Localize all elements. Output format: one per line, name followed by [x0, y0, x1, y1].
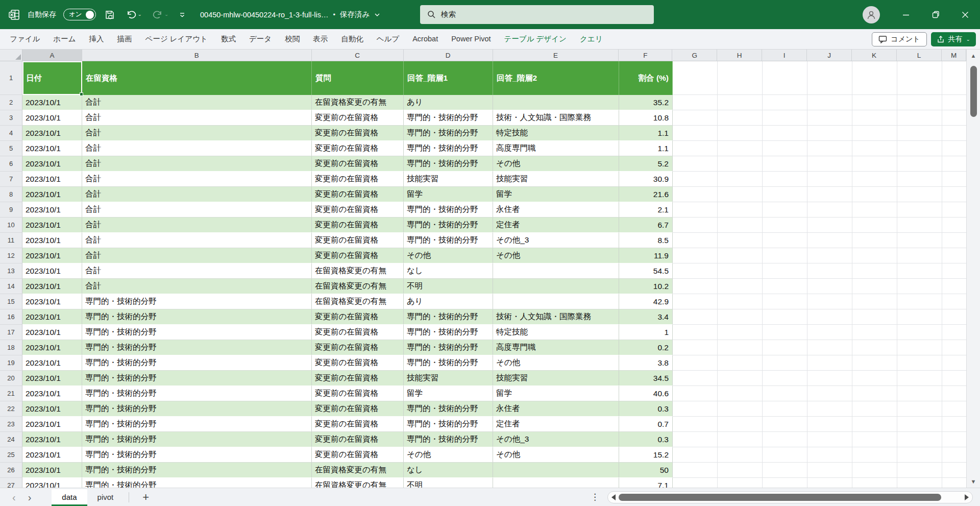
scroll-left-icon[interactable]: [611, 494, 616, 500]
cell-I18[interactable]: [763, 340, 807, 355]
cell-F8[interactable]: 21.6: [619, 187, 673, 202]
restore-button[interactable]: [921, 0, 950, 29]
row-header-8[interactable]: 8: [0, 187, 22, 202]
cell-L23[interactable]: [897, 417, 942, 432]
cell-J12[interactable]: [807, 248, 852, 263]
cell-B8[interactable]: 合計: [82, 187, 312, 202]
cell-E23[interactable]: 定住者: [493, 417, 619, 432]
cell-H19[interactable]: [718, 355, 763, 371]
close-button[interactable]: [950, 0, 980, 29]
cell-M12[interactable]: [942, 248, 966, 263]
cell-E14[interactable]: [493, 279, 619, 294]
row-header-17[interactable]: 17: [0, 325, 22, 340]
ribbon-tab-14[interactable]: クエリ: [573, 29, 609, 49]
cell-L3[interactable]: [897, 110, 942, 126]
cell-M19[interactable]: [942, 355, 966, 371]
cell-C23[interactable]: 変更前の在留資格: [312, 417, 404, 432]
cell-C14[interactable]: 在留資格変更の有無: [312, 279, 404, 294]
cell-L6[interactable]: [897, 156, 942, 172]
cell-H13[interactable]: [718, 263, 763, 279]
cell-I1[interactable]: [763, 61, 807, 95]
cell-B18[interactable]: 専門的・技術的分野: [82, 340, 312, 355]
qat-overflow-button[interactable]: [177, 10, 187, 19]
cell-M26[interactable]: [942, 463, 966, 478]
cell-M1[interactable]: [942, 61, 966, 95]
document-title[interactable]: 00450-mhlw-00450224-ro_1-3-full-lis…: [200, 11, 328, 19]
cell-M15[interactable]: [942, 294, 966, 309]
cell-A5[interactable]: 2023/10/1: [22, 141, 82, 156]
cell-F26[interactable]: 50: [619, 463, 673, 478]
cell-D21[interactable]: 留学: [404, 386, 493, 401]
cell-G5[interactable]: [673, 141, 718, 156]
cell-F9[interactable]: 2.1: [619, 202, 673, 218]
cell-J2[interactable]: [807, 95, 852, 110]
cell-K16[interactable]: [852, 309, 897, 325]
column-header-A[interactable]: A: [22, 50, 82, 61]
cell-J26[interactable]: [807, 463, 852, 478]
cell-C13[interactable]: 在留資格変更の有無: [312, 263, 404, 279]
cell-G24[interactable]: [673, 432, 718, 447]
cell-B17[interactable]: 専門的・技術的分野: [82, 325, 312, 340]
cell-C6[interactable]: 変更前の在留資格: [312, 156, 404, 172]
cell-G4[interactable]: [673, 126, 718, 141]
cell-K21[interactable]: [852, 386, 897, 401]
cell-F16[interactable]: 3.4: [619, 309, 673, 325]
cell-J3[interactable]: [807, 110, 852, 126]
cell-K1[interactable]: [852, 61, 897, 95]
cell-G19[interactable]: [673, 355, 718, 371]
cell-H27[interactable]: [718, 478, 763, 488]
cell-E20[interactable]: 技能実習: [493, 371, 619, 386]
cell-L18[interactable]: [897, 340, 942, 355]
horizontal-scrollbar[interactable]: [607, 491, 973, 503]
cell-L1[interactable]: [897, 61, 942, 95]
cell-J23[interactable]: [807, 417, 852, 432]
cell-A16[interactable]: 2023/10/1: [22, 309, 82, 325]
cell-E26[interactable]: [493, 463, 619, 478]
cell-G8[interactable]: [673, 187, 718, 202]
cell-B16[interactable]: 専門的・技術的分野: [82, 309, 312, 325]
cell-J6[interactable]: [807, 156, 852, 172]
cell-I20[interactable]: [763, 371, 807, 386]
comments-button[interactable]: コメント: [872, 32, 926, 46]
cell-J19[interactable]: [807, 355, 852, 371]
row-header-13[interactable]: 13: [0, 263, 22, 279]
cell-C16[interactable]: 変更前の在留資格: [312, 309, 404, 325]
cell-I25[interactable]: [763, 447, 807, 463]
cell-M22[interactable]: [942, 401, 966, 417]
column-header-L[interactable]: L: [897, 50, 942, 61]
column-header-B[interactable]: B: [82, 50, 312, 61]
cell-F19[interactable]: 3.8: [619, 355, 673, 371]
cell-E16[interactable]: 技術・人文知識・国際業務: [493, 309, 619, 325]
cell-A26[interactable]: 2023/10/1: [22, 463, 82, 478]
cell-F5[interactable]: 1.1: [619, 141, 673, 156]
cell-B26[interactable]: 専門的・技術的分野: [82, 463, 312, 478]
cell-G14[interactable]: [673, 279, 718, 294]
cell-A18[interactable]: 2023/10/1: [22, 340, 82, 355]
cell-D19[interactable]: 専門的・技術的分野: [404, 355, 493, 371]
cell-C21[interactable]: 変更前の在留資格: [312, 386, 404, 401]
cell-K13[interactable]: [852, 263, 897, 279]
cell-D14[interactable]: 不明: [404, 279, 493, 294]
cell-C8[interactable]: 変更前の在留資格: [312, 187, 404, 202]
cell-I21[interactable]: [763, 386, 807, 401]
cell-B24[interactable]: 専門的・技術的分野: [82, 432, 312, 447]
cell-C4[interactable]: 変更前の在留資格: [312, 126, 404, 141]
cell-B21[interactable]: 専門的・技術的分野: [82, 386, 312, 401]
cell-G12[interactable]: [673, 248, 718, 263]
column-header-K[interactable]: K: [852, 50, 897, 61]
cell-B22[interactable]: 専門的・技術的分野: [82, 401, 312, 417]
cell-F4[interactable]: 1.1: [619, 126, 673, 141]
ribbon-tab-8[interactable]: 表示: [306, 29, 334, 49]
cell-M18[interactable]: [942, 340, 966, 355]
cell-I8[interactable]: [763, 187, 807, 202]
cell-H15[interactable]: [718, 294, 763, 309]
cell-J24[interactable]: [807, 432, 852, 447]
cell-B14[interactable]: 合計: [82, 279, 312, 294]
cell-G22[interactable]: [673, 401, 718, 417]
cell-D7[interactable]: 技能実習: [404, 172, 493, 187]
cell-D22[interactable]: 専門的・技術的分野: [404, 401, 493, 417]
cell-H24[interactable]: [718, 432, 763, 447]
cell-A11[interactable]: 2023/10/1: [22, 233, 82, 248]
redo-button[interactable]: ⌄: [151, 8, 170, 21]
cell-F7[interactable]: 30.9: [619, 172, 673, 187]
